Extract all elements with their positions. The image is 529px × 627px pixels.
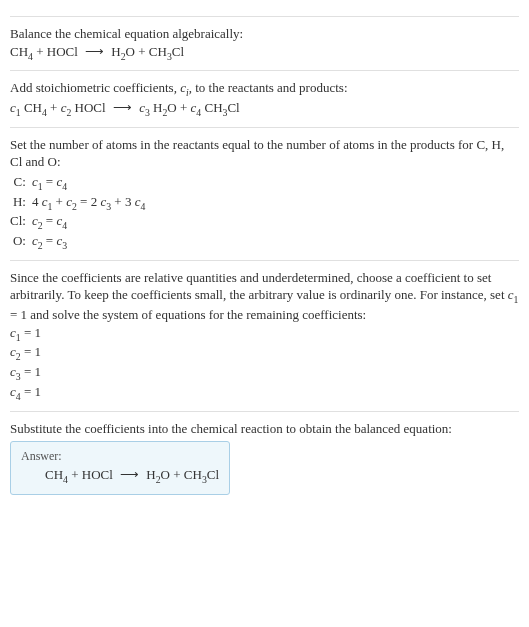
table-row: H: 4 c1 + c2 = 2 c3 + 3 c4 <box>10 193 145 213</box>
eq-part: O + CH <box>161 467 202 482</box>
intro-text: , to the reactants and products: <box>189 80 348 95</box>
coefficient-line: c3 = 1 <box>10 363 519 383</box>
eq-part: CH <box>21 100 42 115</box>
eq-part: 4 <box>32 194 42 209</box>
eq-part: O + CH <box>126 44 167 59</box>
coef-sub: 4 <box>62 220 67 231</box>
eq-part: Cl <box>207 467 219 482</box>
coefficient-line: c2 = 1 <box>10 343 519 363</box>
coef-sub: 1 <box>514 294 519 305</box>
eq-part: Cl <box>172 44 184 59</box>
eq-part: = 2 <box>77 194 101 209</box>
eq-part: + HOCl <box>33 44 81 59</box>
coef-val: = 1 <box>21 344 41 359</box>
equation-balanced: CH4 + HOCl ⟶ H2O + CH3Cl <box>21 466 219 486</box>
arrow-icon: ⟶ <box>81 43 108 61</box>
element-label: C: <box>10 173 32 193</box>
eq-part: H <box>108 44 121 59</box>
eq-part: + 3 <box>111 194 135 209</box>
section-atom-balance: Set the number of atoms in the reactants… <box>10 127 519 252</box>
element-equation: c2 = c4 <box>32 212 145 232</box>
eq-part: Cl <box>227 100 239 115</box>
eq-part: = <box>43 213 57 228</box>
answer-box: Answer: CH4 + HOCl ⟶ H2O + CH3Cl <box>10 441 230 495</box>
coef-val: = 1 <box>21 384 41 399</box>
eq-part: + <box>47 100 61 115</box>
coef-sub: 4 <box>140 200 145 211</box>
equation-with-coeffs: c1 CH4 + c2 HOCl ⟶ c3 H2O + c4 CH3Cl <box>10 99 519 119</box>
section-answer: Substitute the coefficients into the che… <box>10 411 519 495</box>
element-equation: c2 = c3 <box>32 232 145 252</box>
intro-text: = 1 and solve the system of equations fo… <box>10 307 366 322</box>
arrow-icon: ⟶ <box>109 99 136 117</box>
intro-text: Add stoichiometric coefficients, <box>10 80 180 95</box>
intro-text: Since the coefficients are relative quan… <box>10 270 508 303</box>
arrow-icon: ⟶ <box>116 466 143 484</box>
element-equation: c1 = c4 <box>32 173 145 193</box>
coefficient-line: c4 = 1 <box>10 383 519 403</box>
eq-part: O <box>167 100 176 115</box>
eq-part: = <box>43 233 57 248</box>
coefficient-line: c1 = 1 <box>10 324 519 344</box>
eq-part: CH <box>10 44 28 59</box>
atom-balance-table: C: c1 = c4 H: 4 c1 + c2 = 2 c3 + 3 c4 Cl… <box>10 173 145 252</box>
table-row: C: c1 = c4 <box>10 173 145 193</box>
element-label: Cl: <box>10 212 32 232</box>
section-solve: Since the coefficients are relative quan… <box>10 260 519 403</box>
section-add-coeffs: Add stoichiometric coefficients, ci, to … <box>10 70 519 119</box>
coef-sub: 4 <box>62 180 67 191</box>
coef-sub: 3 <box>62 240 67 251</box>
problem-intro: Balance the chemical equation algebraica… <box>10 25 519 43</box>
coefficient-solutions: c1 = 1 c2 = 1 c3 = 1 c4 = 1 <box>10 324 519 403</box>
element-label: O: <box>10 232 32 252</box>
eq-part: CH <box>201 100 222 115</box>
eq-part: = <box>43 174 57 189</box>
add-coeffs-intro: Add stoichiometric coefficients, ci, to … <box>10 79 519 99</box>
solve-intro: Since the coefficients are relative quan… <box>10 269 519 324</box>
eq-part: HOCl <box>71 100 109 115</box>
eq-part: H <box>150 100 163 115</box>
eq-part: + <box>52 194 66 209</box>
atom-balance-intro: Set the number of atoms in the reactants… <box>10 136 519 171</box>
answer-label: Answer: <box>21 448 219 464</box>
eq-part: + HOCl <box>68 467 116 482</box>
eq-part: H <box>143 467 156 482</box>
section-problem: Balance the chemical equation algebraica… <box>10 16 519 62</box>
answer-intro: Substitute the coefficients into the che… <box>10 420 519 438</box>
element-label: H: <box>10 193 32 213</box>
table-row: Cl: c2 = c4 <box>10 212 145 232</box>
table-row: O: c2 = c3 <box>10 232 145 252</box>
eq-part: + <box>177 100 191 115</box>
coef-val: = 1 <box>21 364 41 379</box>
equation-unbalanced: CH4 + HOCl ⟶ H2O + CH3Cl <box>10 43 519 63</box>
coef-val: = 1 <box>21 325 41 340</box>
eq-part: CH <box>45 467 63 482</box>
element-equation: 4 c1 + c2 = 2 c3 + 3 c4 <box>32 193 145 213</box>
